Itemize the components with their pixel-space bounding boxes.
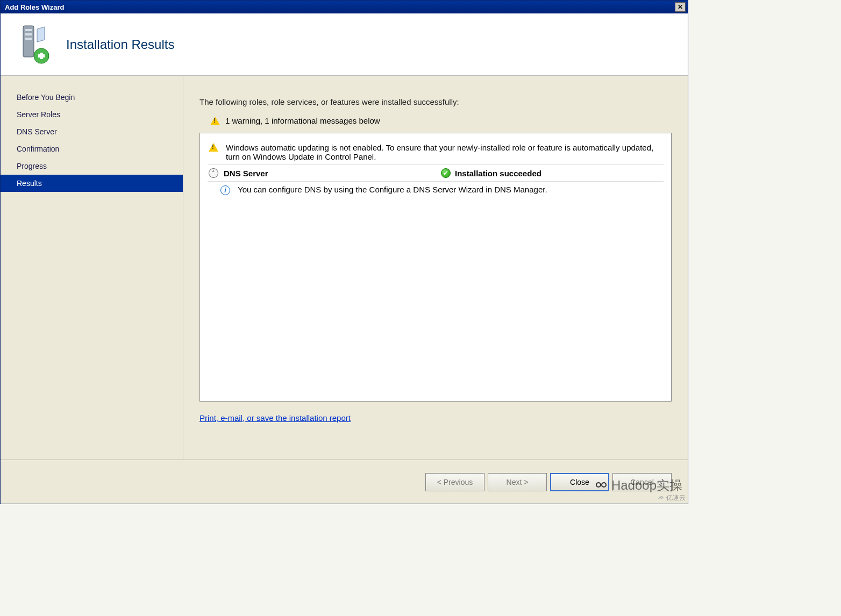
page-title: Installation Results [66, 37, 174, 52]
wizard-body: Before You Begin Server Roles DNS Server… [1, 76, 688, 460]
close-window-button[interactable]: ✕ [675, 2, 686, 12]
svg-rect-3 [25, 38, 32, 40]
corner-badge-text: 亿速云 [666, 493, 686, 503]
warning-icon [209, 143, 220, 153]
report-link-row: Print, e-mail, or save the installation … [199, 413, 672, 422]
warning-text: Windows automatic updating is not enable… [226, 143, 662, 161]
wizard-main: The following roles, role services, or f… [183, 76, 688, 460]
sidebar-item-results[interactable]: Results [1, 175, 183, 192]
info-row: i You can configure DNS by using the Con… [208, 182, 664, 198]
role-name: DNS Server [224, 169, 268, 178]
intro-text: The following roles, role services, or f… [199, 97, 672, 106]
corner-badge: 亿速云 [654, 492, 688, 504]
wizard-window: Add Roles Wizard ✕ Installation Results … [0, 0, 688, 504]
server-role-icon [11, 23, 49, 66]
sidebar-item-before-you-begin[interactable]: Before You Begin [1, 89, 183, 106]
results-panel: Windows automatic updating is not enable… [199, 133, 672, 402]
role-result-row: ˄ DNS Server ✓ Installation succeeded [208, 164, 664, 182]
close-button[interactable]: Close [550, 473, 609, 491]
wizard-footer: < Previous Next > Close Cancel [1, 460, 688, 504]
warning-icon [210, 117, 220, 125]
info-text: You can configure DNS by using the Confi… [238, 185, 547, 194]
role-status: Installation succeeded [455, 169, 541, 178]
titlebar: Add Roles Wizard ✕ [1, 1, 688, 13]
summary-line: 1 warning, 1 informational messages belo… [210, 116, 672, 125]
previous-button: < Previous [425, 473, 484, 491]
sidebar-item-progress[interactable]: Progress [1, 157, 183, 175]
warning-row: Windows automatic updating is not enable… [208, 140, 664, 164]
sidebar-item-server-roles[interactable]: Server Roles [1, 106, 183, 123]
svg-rect-1 [25, 29, 32, 31]
window-title: Add Roles Wizard [3, 3, 64, 11]
sidebar-item-dns-server[interactable]: DNS Server [1, 123, 183, 140]
wizard-sidebar: Before You Begin Server Roles DNS Server… [1, 76, 183, 460]
svg-rect-2 [25, 33, 32, 35]
svg-rect-6 [40, 53, 43, 59]
collapse-icon[interactable]: ˄ [209, 168, 218, 178]
summary-text: 1 warning, 1 informational messages belo… [225, 116, 380, 125]
success-icon: ✓ [441, 168, 451, 178]
sidebar-item-confirmation[interactable]: Confirmation [1, 140, 183, 157]
info-icon: i [220, 185, 232, 195]
installation-report-link[interactable]: Print, e-mail, or save the installation … [199, 413, 351, 422]
cancel-button: Cancel [612, 473, 672, 491]
next-button: Next > [488, 473, 547, 491]
wizard-header: Installation Results [1, 13, 688, 76]
